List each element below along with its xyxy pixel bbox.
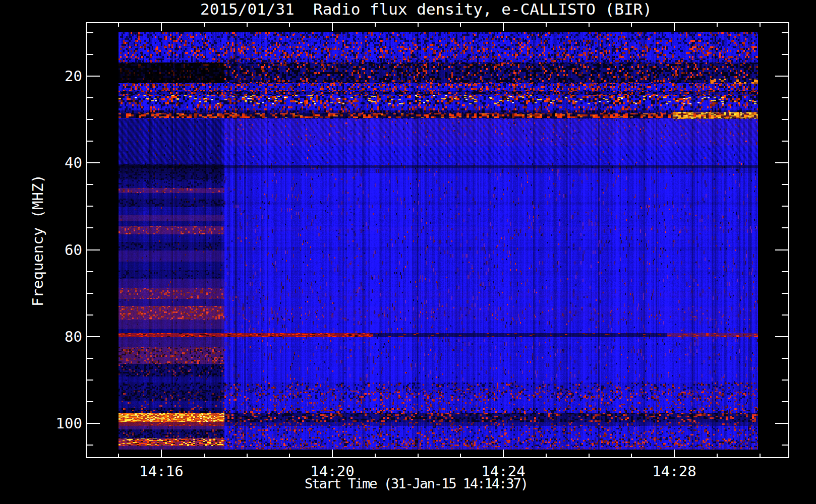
- axis-tick: [782, 32, 788, 33]
- axis-tick: [332, 450, 333, 457]
- axis-tick: [674, 450, 675, 457]
- axis-tick: [782, 119, 788, 120]
- axis-tick: [161, 450, 162, 457]
- axis-tick: [332, 23, 333, 31]
- axis-tick: [375, 454, 376, 457]
- axis-tick: [87, 380, 93, 381]
- axis-tick: [460, 454, 461, 457]
- axis-tick: [775, 423, 788, 424]
- axis-tick: [87, 162, 100, 163]
- axis-tick: [782, 206, 788, 207]
- axis-tick: [118, 454, 119, 457]
- axis-tick: [87, 119, 93, 120]
- axis-tick: [118, 23, 119, 27]
- axis-tick: [247, 23, 248, 27]
- axis-tick: [87, 184, 93, 185]
- axis-tick: [87, 54, 93, 55]
- axis-tick: [782, 184, 788, 185]
- axis-tick: [460, 23, 461, 27]
- axis-tick: [87, 76, 100, 77]
- axis-tick: [87, 401, 93, 402]
- axis-tick: [87, 314, 93, 316]
- axis-tick: [674, 23, 675, 31]
- axis-tick: [782, 293, 788, 294]
- axis-tick: [87, 358, 93, 359]
- axis-tick: [87, 227, 93, 228]
- spectrogram-canvas: [119, 32, 758, 450]
- y-tick-label: 100: [47, 416, 82, 431]
- axis-tick: [760, 23, 761, 27]
- axis-tick: [87, 32, 93, 33]
- axis-tick: [418, 23, 419, 27]
- axis-tick: [204, 23, 205, 27]
- axis-tick: [717, 454, 718, 457]
- axis-tick: [782, 401, 788, 402]
- axis-tick: [87, 141, 93, 142]
- axis-tick: [782, 54, 788, 55]
- axis-tick: [87, 423, 100, 424]
- x-tick-label: 14:28: [652, 464, 696, 479]
- axis-tick: [782, 358, 788, 359]
- spectrogram-page: 2015/01/31 Radio flux density, e-CALLIST…: [0, 0, 816, 504]
- axis-tick: [782, 227, 788, 228]
- axis-tick: [546, 23, 547, 27]
- axis-tick: [760, 454, 761, 457]
- axis-tick: [87, 293, 93, 294]
- y-tick-label: 60: [47, 242, 82, 257]
- x-axis-label: Start Time (31-Jan-15 14:14:37): [305, 477, 528, 490]
- axis-tick: [631, 454, 632, 457]
- axis-tick: [775, 336, 788, 337]
- axis-tick: [775, 249, 788, 250]
- y-axis-label: Frequency (MHZ): [31, 174, 45, 306]
- axis-tick: [87, 445, 93, 446]
- axis-tick: [782, 314, 788, 316]
- axis-tick: [204, 454, 205, 457]
- y-tick-label: 20: [47, 69, 82, 84]
- axis-tick: [631, 23, 632, 27]
- axis-tick: [782, 271, 788, 272]
- axis-tick: [375, 23, 376, 27]
- chart-title: 2015/01/31 Radio flux density, e-CALLIST…: [200, 2, 652, 17]
- axis-tick: [247, 454, 248, 457]
- y-tick-label: 40: [47, 156, 82, 170]
- axis-tick: [775, 162, 788, 163]
- axis-tick: [161, 23, 162, 31]
- axis-tick: [546, 454, 547, 457]
- x-tick-label: 14:16: [139, 464, 183, 479]
- axis-tick: [717, 23, 718, 27]
- axis-tick: [782, 97, 788, 98]
- axis-tick: [87, 336, 100, 337]
- axis-tick: [782, 141, 788, 142]
- axis-tick: [503, 23, 504, 31]
- axis-tick: [87, 206, 93, 207]
- y-tick-label: 80: [47, 329, 82, 344]
- axis-tick: [503, 450, 504, 457]
- axis-tick: [289, 454, 290, 457]
- axis-tick: [589, 454, 590, 457]
- axis-tick: [87, 271, 93, 272]
- axis-tick: [418, 454, 419, 457]
- axis-tick: [87, 249, 100, 250]
- axis-tick: [782, 380, 788, 381]
- axis-tick: [775, 76, 788, 77]
- axis-tick: [589, 23, 590, 27]
- axis-tick: [289, 23, 290, 27]
- axis-tick: [87, 97, 93, 98]
- axis-tick: [782, 445, 788, 446]
